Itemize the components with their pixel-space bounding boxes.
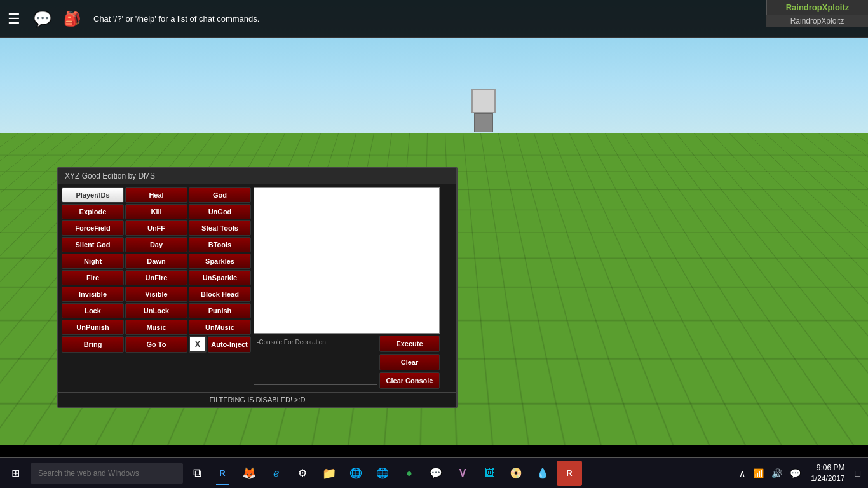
btn-sparkles[interactable]: Sparkles	[189, 254, 251, 269]
top-bar: ☰ 💬 🎒 Chat '/?' or '/help' for a list of…	[0, 0, 868, 38]
taskbar-red-app[interactable]: R	[557, 461, 582, 486]
taskbar-edge[interactable]: 🌐	[343, 461, 369, 486]
btn-silent-god[interactable]: Silent God	[62, 237, 124, 252]
hamburger-icon[interactable]: ☰	[8, 11, 20, 27]
btn-dawn[interactable]: Dawn	[125, 254, 187, 269]
clock-date: 1/24/2017	[811, 473, 844, 484]
btn-kill[interactable]: Kill	[125, 204, 187, 219]
taskbar-chrome-alt[interactable]: 🌐	[370, 461, 395, 486]
roblox-character	[468, 89, 499, 130]
x-button[interactable]: X	[189, 336, 207, 353]
tray-network[interactable]: 📶	[750, 467, 766, 480]
white-display	[254, 187, 440, 334]
tray-message[interactable]: 💬	[787, 467, 803, 480]
btn-night[interactable]: Night	[62, 254, 124, 269]
tray-action-center[interactable]: □	[853, 467, 863, 480]
btn-row-8: Lock UnLock Punish	[62, 303, 251, 318]
clear-console-button[interactable]: Clear Console	[379, 372, 440, 389]
console-input-area[interactable]: -Console For Decoration	[254, 336, 377, 385]
console-textarea[interactable]	[257, 346, 374, 381]
taskbar-roblox[interactable]: R	[210, 461, 235, 486]
panel-title-bar: XYZ Good Edition by DMS	[58, 168, 456, 184]
tray-chevron[interactable]: ∧	[736, 467, 748, 480]
clear-button[interactable]: Clear	[379, 354, 440, 370]
btn-unff[interactable]: UnFF	[125, 220, 187, 236]
btn-unlock[interactable]: UnLock	[125, 303, 187, 318]
btn-btools[interactable]: BTools	[189, 237, 251, 252]
btn-go-to[interactable]: Go To	[125, 336, 187, 353]
taskbar: ⊞ ⧉ R 🦊 ℯ ⚙ 📁 🌐 🌐 ● 💬 V 🖼 📀 💧 R ∧ 📶 🔊 💬 …	[0, 458, 868, 488]
taskbar-vs[interactable]: V	[450, 461, 475, 486]
execute-button[interactable]: Execute	[379, 336, 440, 352]
btn-player-ids[interactable]: Player/IDs	[62, 187, 124, 203]
taskbar-photos[interactable]: 🖼	[477, 461, 502, 486]
btn-fire[interactable]: Fire	[62, 270, 124, 285]
btn-row-4: Silent God Day BTools	[62, 237, 251, 252]
system-tray: ∧ 📶 🔊 💬 9:06 PM 1/24/2017 □	[736, 463, 868, 484]
btn-bring[interactable]: Bring	[62, 336, 124, 353]
char-head	[471, 89, 496, 113]
taskbar-firefox[interactable]: 🦊	[236, 461, 262, 486]
taskbar-ie[interactable]: ℯ	[263, 461, 288, 486]
btn-unsparkle[interactable]: UnSparkle	[189, 270, 251, 285]
btn-row-5: Night Dawn Sparkles	[62, 254, 251, 269]
status-text: FILTERING IS DISABLED! >:D	[209, 396, 305, 403]
btn-row-7: Invisible Visible Block Head	[62, 287, 251, 302]
btn-god[interactable]: God	[189, 187, 251, 203]
btn-row-10: Bring Go To X Auto-Inject	[62, 336, 251, 353]
btn-forcefield[interactable]: ForceField	[62, 220, 124, 236]
btn-visible[interactable]: Visible	[125, 287, 187, 302]
taskbar-steam[interactable]: ⚙	[290, 461, 315, 486]
btn-row-6: Fire UnFire UnSparkle	[62, 270, 251, 285]
tray-volume[interactable]: 🔊	[769, 467, 785, 480]
char-body	[474, 113, 493, 132]
btn-row-3: ForceField UnFF Steal Tools	[62, 220, 251, 236]
btn-auto-inject[interactable]: Auto-Inject	[208, 336, 251, 353]
taskbar-media[interactable]: 📀	[503, 461, 529, 486]
status-bar: FILTERING IS DISABLED! >:D	[58, 392, 456, 407]
panel-content: Player/IDs Heal God Explode Kill UnGod F…	[58, 184, 456, 392]
right-panel: -Console For Decoration Execute Clear Cl…	[254, 187, 453, 389]
windows-icon: ⊞	[11, 467, 20, 479]
exploit-panel: XYZ Good Edition by DMS Player/IDs Heal …	[57, 167, 458, 408]
btn-unpunish[interactable]: UnPunish	[62, 320, 124, 335]
btn-row-9: UnPunish Music UnMusic	[62, 320, 251, 335]
btn-lock[interactable]: Lock	[62, 303, 124, 318]
btn-steal-tools[interactable]: Steal Tools	[189, 220, 251, 236]
clock[interactable]: 9:06 PM 1/24/2017	[806, 463, 850, 484]
console-hint: -Console For Decoration	[257, 339, 374, 346]
console-buttons: Execute Clear Clear Console	[379, 336, 440, 389]
btn-music[interactable]: Music	[125, 320, 187, 335]
username-sub: RaindropXploitz	[766, 15, 868, 27]
buttons-area: Player/IDs Heal God Explode Kill UnGod F…	[62, 187, 251, 389]
backpack-icon[interactable]: 🎒	[64, 11, 81, 27]
search-input[interactable]	[31, 463, 183, 484]
taskbar-dropbox[interactable]: 💧	[530, 461, 555, 486]
bottom-area: -Console For Decoration Execute Clear Cl…	[254, 336, 453, 389]
btn-block-head[interactable]: Block Head	[189, 287, 251, 302]
taskbar-app-area: ⧉ R 🦊 ℯ ⚙ 📁 🌐 🌐 ● 💬 V 🖼 📀 💧 R	[186, 461, 582, 486]
btn-ungod[interactable]: UnGod	[189, 204, 251, 219]
clock-time: 9:06 PM	[811, 463, 844, 473]
chat-icon[interactable]: 💬	[33, 10, 52, 28]
panel-title: XYZ Good Edition by DMS	[65, 172, 155, 180]
btn-heal[interactable]: Heal	[125, 187, 187, 203]
btn-row-1: Player/IDs Heal God	[62, 187, 251, 203]
user-panel: RaindropXploitz RaindropXploitz	[766, 0, 868, 27]
btn-unfire[interactable]: UnFire	[125, 270, 187, 285]
btn-row-2: Explode Kill UnGod	[62, 204, 251, 219]
btn-unmusic[interactable]: UnMusic	[189, 320, 251, 335]
start-button[interactable]: ⊞	[0, 458, 31, 489]
taskbar-discord[interactable]: 💬	[423, 461, 449, 486]
taskbar-task-view[interactable]: ⧉	[186, 462, 208, 485]
btn-day[interactable]: Day	[125, 237, 187, 252]
btn-explode[interactable]: Explode	[62, 204, 124, 219]
btn-invisible[interactable]: Invisible	[62, 287, 124, 302]
chat-hint: Chat '/?' or '/help' for a list of chat …	[93, 14, 259, 24]
taskbar-chrome[interactable]: ●	[397, 461, 422, 486]
taskbar-folder[interactable]: 📁	[316, 461, 342, 486]
btn-punish[interactable]: Punish	[189, 303, 251, 318]
username-display: RaindropXploitz	[766, 0, 868, 15]
